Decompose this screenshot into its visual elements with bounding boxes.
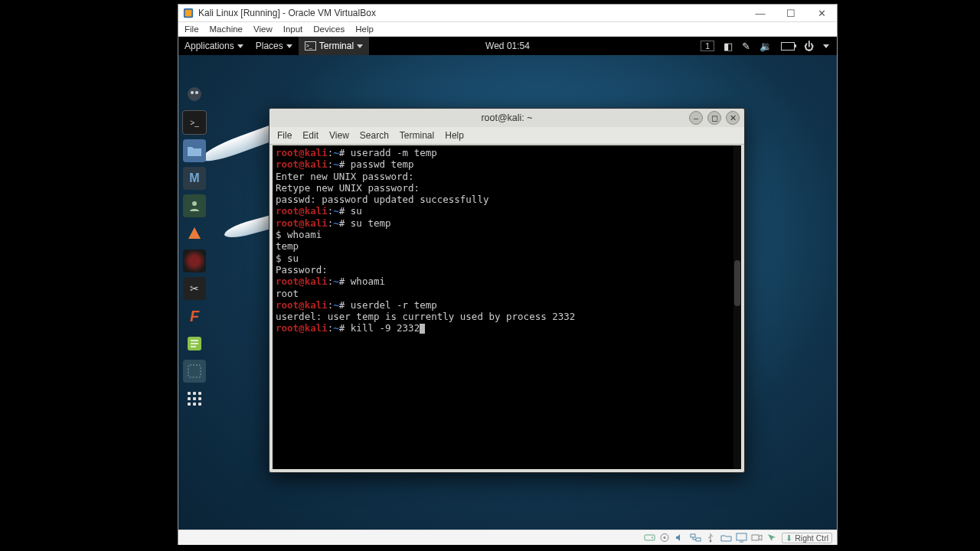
terminal-window[interactable]: root@kali: ~ – ◻ ✕ File Edit View Search… — [269, 108, 745, 473]
optical-icon[interactable] — [659, 533, 671, 543]
svg-point-3 — [191, 91, 194, 94]
network-icon[interactable] — [690, 533, 701, 543]
gnome-top-bar: Applications Places >_ Terminal Wed 01:5… — [178, 37, 837, 55]
svg-rect-12 — [691, 534, 695, 537]
svg-point-4 — [195, 91, 198, 94]
camera-icon[interactable]: ◧ — [724, 41, 733, 52]
term-menu-search[interactable]: Search — [360, 130, 389, 141]
dock-item-show-apps[interactable] — [183, 387, 206, 410]
vbox-status-bar: ⬇ Right Ctrl — [178, 530, 837, 545]
dock-item-app-f[interactable]: F — [183, 305, 206, 328]
menu-input[interactable]: Input — [283, 24, 303, 34]
places-menu[interactable]: Places — [250, 37, 299, 55]
menu-view[interactable]: View — [253, 24, 273, 34]
hdd-icon[interactable] — [644, 533, 655, 543]
terminal-menu-bar: File Edit View Search Terminal Help — [270, 127, 744, 145]
guest-desktop[interactable]: Applications Places >_ Terminal Wed 01:5… — [178, 37, 837, 530]
terminal-titlebar[interactable]: root@kali: ~ – ◻ ✕ — [270, 109, 744, 127]
chevron-down-icon — [823, 44, 829, 48]
svg-rect-7 — [188, 365, 201, 377]
terminal-viewport[interactable]: root@kali:~# useradd -m temp root@kali:~… — [273, 145, 741, 469]
terminal-title-text: root@kali: ~ — [481, 112, 532, 123]
chevron-down-icon — [237, 44, 243, 48]
svg-rect-16 — [752, 535, 759, 540]
vbox-titlebar[interactable]: Kali Linux [Running] - Oracle VM Virtual… — [178, 5, 837, 22]
chevron-down-icon — [357, 44, 363, 48]
terminal-maximize-button[interactable]: ◻ — [707, 111, 721, 125]
arrow-down-icon: ⬇ — [786, 533, 792, 543]
power-icon[interactable]: ⏻ — [804, 41, 814, 52]
volume-icon[interactable]: 🔉 — [760, 41, 772, 52]
battery-icon[interactable] — [781, 42, 795, 51]
svg-rect-15 — [737, 533, 746, 540]
svg-rect-8 — [645, 535, 655, 540]
dock-item-metasploit[interactable]: M — [183, 167, 206, 190]
term-menu-edit[interactable]: Edit — [302, 130, 318, 141]
svg-point-14 — [710, 540, 712, 543]
term-menu-file[interactable]: File — [277, 130, 292, 141]
svg-point-2 — [188, 87, 201, 101]
dock-item-notes[interactable] — [183, 332, 206, 355]
term-menu-terminal[interactable]: Terminal — [400, 130, 434, 141]
terminal-minimize-button[interactable]: – — [689, 111, 703, 125]
term-menu-help[interactable]: Help — [445, 130, 464, 141]
virtualbox-icon — [183, 8, 194, 18]
term-menu-view[interactable]: View — [329, 130, 349, 141]
menu-help[interactable]: Help — [355, 24, 374, 34]
letterbox-right — [837, 0, 980, 551]
menu-devices[interactable]: Devices — [313, 24, 345, 34]
dock-item-tools[interactable]: ✂ — [183, 277, 206, 300]
svg-point-9 — [652, 537, 653, 539]
chevron-down-icon — [286, 44, 292, 48]
audio-icon[interactable] — [675, 533, 686, 543]
dock-item-app-root[interactable] — [183, 83, 206, 106]
virtualbox-window: Kali Linux [Running] - Oracle VM Virtual… — [178, 4, 838, 545]
usb-icon[interactable] — [705, 533, 717, 543]
vbox-menu-bar: File Machine View Input Devices Help — [178, 22, 837, 37]
vbox-window-controls: — ☐ ✕ — [745, 5, 837, 21]
terminal-close-button[interactable]: ✕ — [726, 111, 740, 125]
recording-icon[interactable] — [751, 533, 763, 543]
bg-decoration — [201, 122, 278, 167]
dock-item-files[interactable] — [183, 139, 206, 162]
shared-folder-icon[interactable] — [720, 533, 732, 543]
menu-machine[interactable]: Machine — [210, 24, 243, 34]
svg-point-11 — [664, 536, 666, 539]
dock-item-burp[interactable] — [183, 222, 206, 245]
active-app-indicator[interactable]: >_ Terminal — [299, 37, 369, 55]
scroll-thumb[interactable] — [734, 260, 740, 306]
dock-item-armitage[interactable] — [183, 249, 206, 272]
dock-item-app-user[interactable] — [183, 194, 206, 217]
close-button[interactable]: ✕ — [806, 5, 837, 21]
svg-point-5 — [192, 201, 197, 206]
svg-rect-13 — [696, 538, 701, 541]
svg-rect-1 — [185, 10, 192, 17]
gnome-dock: >_M✂F — [181, 83, 208, 410]
workspace-indicator[interactable]: 1 — [701, 41, 714, 51]
menu-file[interactable]: File — [185, 24, 199, 34]
dock-item-tweaks[interactable] — [183, 360, 206, 383]
letterbox-left — [0, 0, 178, 551]
applications-menu[interactable]: Applications — [178, 37, 250, 55]
vbox-title-text: Kali Linux [Running] - Oracle VM Virtual… — [198, 8, 376, 18]
dock-item-terminal[interactable]: >_ — [182, 110, 207, 135]
minimize-button[interactable]: — — [745, 5, 776, 21]
maximize-button[interactable]: ☐ — [776, 5, 806, 21]
host-key-indicator[interactable]: ⬇ Right Ctrl — [782, 533, 832, 543]
display-icon[interactable] — [736, 533, 747, 543]
mouse-integration-icon[interactable] — [766, 533, 778, 543]
terminal-scrollbar[interactable] — [733, 145, 741, 469]
clock[interactable]: Wed 01:54 — [479, 37, 536, 55]
terminal-output: root@kali:~# useradd -m temp root@kali:~… — [273, 145, 741, 336]
terminal-icon: >_ — [305, 41, 316, 51]
record-icon[interactable]: ✎ — [742, 41, 750, 52]
